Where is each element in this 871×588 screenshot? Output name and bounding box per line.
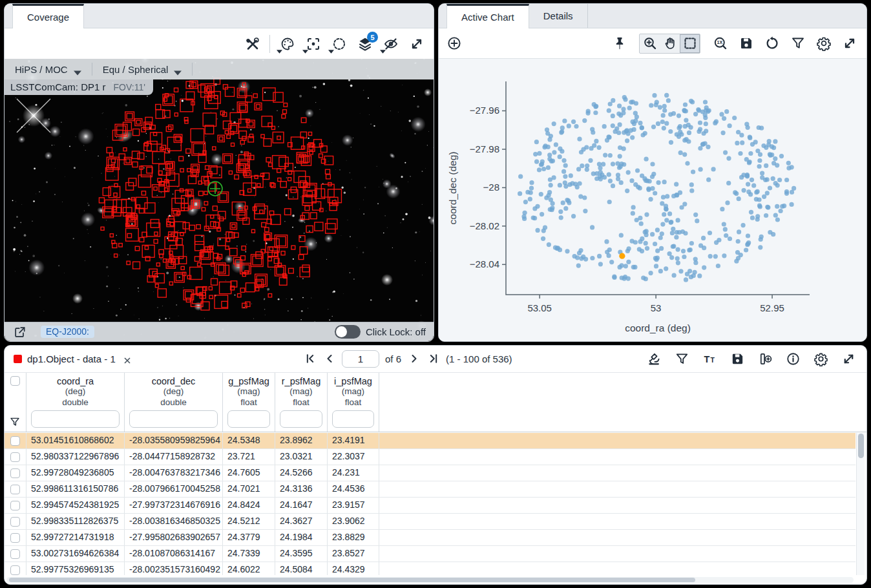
scatter-point[interactable]: [607, 173, 611, 177]
scatter-point[interactable]: [686, 139, 691, 143]
filter-button[interactable]: [789, 35, 806, 52]
scatter-point[interactable]: [574, 124, 578, 129]
scatter-point[interactable]: [701, 236, 706, 240]
scatter-point[interactable]: [757, 125, 761, 130]
tools-button[interactable]: [244, 35, 261, 52]
scatter-point[interactable]: [722, 253, 726, 258]
scatter-point[interactable]: [708, 231, 712, 235]
scatter-point[interactable]: [618, 122, 622, 127]
scatter-point[interactable]: [608, 153, 613, 158]
scatter-point[interactable]: [698, 167, 703, 172]
scatter-point[interactable]: [649, 197, 653, 202]
scatter-point[interactable]: [630, 135, 635, 140]
scatter-point[interactable]: [714, 240, 719, 245]
recenter-button[interactable]: [304, 35, 322, 52]
scatter-point[interactable]: [751, 184, 756, 188]
scatter-point[interactable]: [779, 209, 783, 213]
scatter-point[interactable]: [784, 178, 789, 182]
vertical-scrollbar[interactable]: [856, 433, 865, 575]
scatter-point[interactable]: [635, 114, 639, 119]
scatter-point[interactable]: [618, 145, 622, 150]
table-row[interactable]: 53.01451610868602-28.03558095982596424.5…: [5, 433, 855, 449]
scatter-point[interactable]: [575, 185, 580, 189]
scatter-point[interactable]: [651, 172, 656, 176]
scatter-point[interactable]: [547, 152, 552, 157]
scatter-point[interactable]: [689, 189, 694, 193]
scatter-point[interactable]: [650, 232, 655, 236]
scatter-point[interactable]: [565, 249, 569, 253]
microscope-button[interactable]: [645, 350, 663, 368]
scatter-point[interactable]: [760, 171, 764, 176]
scatter-point[interactable]: [664, 218, 669, 222]
scatter-point[interactable]: [614, 126, 619, 131]
scatter-point[interactable]: [563, 206, 568, 211]
tab-details[interactable]: Details: [529, 4, 588, 28]
scatter-point[interactable]: [652, 93, 656, 98]
scatter-point[interactable]: [683, 102, 687, 107]
scatter-point[interactable]: [750, 216, 755, 220]
scatter-point[interactable]: [547, 193, 551, 198]
scatter-point[interactable]: [693, 270, 697, 275]
refresh-button[interactable]: [763, 35, 781, 52]
scatter-point[interactable]: [543, 226, 547, 230]
scatter-point[interactable]: [523, 211, 527, 215]
scatter-point[interactable]: [571, 120, 576, 124]
scatter-point[interactable]: [629, 100, 633, 105]
scatter-point[interactable]: [662, 180, 667, 184]
scatter-point[interactable]: [655, 249, 660, 253]
scatter-point[interactable]: [771, 176, 775, 181]
scatter-point[interactable]: [579, 150, 583, 154]
sky-image-canvas[interactable]: [5, 59, 434, 341]
scatter-point[interactable]: [618, 265, 622, 269]
scatter-point[interactable]: [668, 129, 673, 134]
palette-button[interactable]: [278, 35, 296, 52]
scatter-point[interactable]: [632, 127, 636, 132]
scatter-point[interactable]: [735, 250, 740, 255]
scatter-point[interactable]: [689, 241, 694, 246]
scatter-point[interactable]: [740, 140, 744, 145]
scatter-point[interactable]: [644, 157, 649, 162]
scatter-point[interactable]: [640, 125, 644, 130]
scatter-point[interactable]: [678, 269, 683, 273]
scatter-point[interactable]: [773, 139, 777, 143]
scatter-point[interactable]: [675, 257, 680, 261]
scatter-point[interactable]: [552, 150, 556, 154]
scatter-point[interactable]: [676, 260, 680, 265]
scatter-point[interactable]: [656, 180, 661, 185]
projection-dropdown[interactable]: Equ / Spherical: [92, 64, 193, 75]
table-row[interactable]: 52.99728049236805-28.00476378321734624.7…: [5, 465, 855, 481]
scatter-point[interactable]: [586, 111, 591, 116]
scatter-point[interactable]: [746, 189, 751, 194]
scatter-point[interactable]: [625, 138, 629, 143]
scatter-point[interactable]: [662, 104, 667, 109]
scatter-point[interactable]: [786, 161, 791, 165]
scatter-point[interactable]: [658, 105, 662, 110]
scatter-point[interactable]: [766, 143, 771, 147]
scatter-point[interactable]: [691, 169, 695, 174]
scatter-point[interactable]: [561, 200, 565, 205]
scatter-point[interactable]: [561, 158, 566, 163]
scatter-point[interactable]: [723, 151, 728, 155]
scatter-point[interactable]: [695, 218, 699, 223]
scatter-point[interactable]: [577, 251, 582, 255]
close-icon[interactable]: [123, 355, 131, 363]
scatter-point[interactable]: [522, 216, 527, 221]
scatter-point[interactable]: [755, 189, 760, 194]
scatter-point[interactable]: [664, 266, 668, 271]
scatter-point[interactable]: [643, 131, 647, 136]
scatter-point[interactable]: [679, 132, 684, 136]
hips-moc-dropdown[interactable]: HiPS / MOC: [5, 64, 92, 75]
scatter-point[interactable]: [661, 195, 666, 200]
scatter-point[interactable]: [703, 100, 708, 104]
scatter-point[interactable]: [755, 217, 760, 222]
scatter-point[interactable]: [698, 127, 702, 132]
scatter-point[interactable]: [725, 200, 729, 205]
scatter-point[interactable]: [675, 132, 679, 136]
zoom-in-button[interactable]: [640, 34, 660, 53]
row-checkbox[interactable]: [10, 452, 20, 462]
table-row[interactable]: 52.99775326969135-28.00235157316049224.6…: [5, 562, 855, 575]
scatter-point[interactable]: [645, 246, 649, 251]
scatter-point[interactable]: [576, 167, 581, 171]
scatter-point[interactable]: [684, 109, 688, 113]
scatter-point[interactable]: [563, 174, 567, 179]
